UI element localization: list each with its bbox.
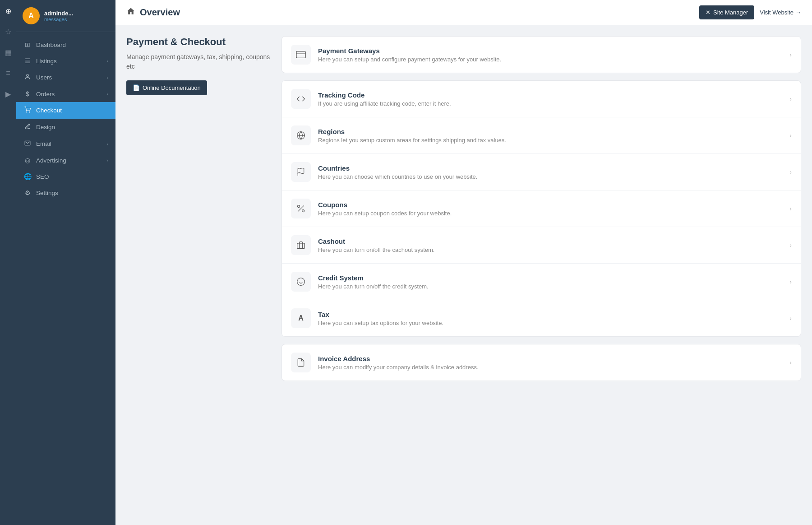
sidebar-item-settings[interactable]: ⚙ Settings [16,185,115,201]
chevron-right-icon: › [789,315,792,322]
chevron-right-icon: › [789,168,792,176]
sidebar-item-label: SEO [36,173,49,180]
sidebar-item-label: Checkout [36,107,62,114]
card-item-payment-gateways[interactable]: Payment Gateways Here you can setup and … [282,37,801,73]
card-desc: Here you can setup and configure payment… [318,56,782,63]
site-manager-button[interactable]: ✕ Site Manager [699,5,754,19]
card-item-credit-system[interactable]: Credit System Here you can turn on/off t… [282,264,801,300]
rail-icon-star[interactable]: ☆ [2,25,14,38]
card-item-tracking-code[interactable]: Tracking Code If you are using affiliate… [282,81,801,117]
home-icon [126,7,135,18]
icon-rail: ⊕ ☆ ▦ ≡ ▶ [0,0,16,525]
sidebar-item-dashboard[interactable]: ⊞ Dashboard [16,37,115,53]
svg-point-12 [297,278,305,286]
card-text: Coupons Here you can setup coupon codes … [318,201,782,217]
card-title: Regions [318,128,782,135]
settings-icon: ⚙ [23,189,32,196]
advertising-icon: ◎ [23,157,32,164]
page-title: Overview [140,7,180,18]
rail-icon-list[interactable]: ≡ [2,67,14,79]
svg-point-0 [27,74,29,77]
section-description: Manage payment gateways, tax, shipping, … [126,52,271,71]
seo-icon: 🌐 [23,173,32,180]
card-title: Invoice Address [318,355,782,362]
orders-icon: $ [23,90,32,98]
card-text: Countries Here you can choose which coun… [318,164,782,180]
arrow-icon: → [795,9,801,16]
site-manager-icon: ✕ [706,9,710,16]
card-group-3: Invoice Address Here you can modify your… [281,344,801,381]
card-item-coupons[interactable]: Coupons Here you can setup coupon codes … [282,190,801,227]
svg-point-1 [27,112,27,112]
left-panel: Payment & Checkout Manage payment gatewa… [126,36,271,514]
svg-point-2 [29,112,30,112]
sidebar-item-label: Advertising [36,157,66,164]
online-documentation-button[interactable]: 📄 Online Documentation [126,80,207,95]
sidebar-item-label: Email [36,140,51,147]
card-item-invoice-address[interactable]: Invoice Address Here you can modify your… [282,344,801,381]
card-title: Payment Gateways [318,47,782,55]
chevron-icon: › [106,58,108,64]
avatar: A [23,7,40,24]
topbar-left: Overview [126,7,180,18]
card-title: Coupons [318,201,782,209]
rail-icon-play[interactable]: ▶ [2,88,14,100]
card-item-cashout[interactable]: Cashout Here you can turn on/off the cac… [282,227,801,264]
card-item-regions[interactable]: Regions Regions let you setup custom are… [282,117,801,154]
listings-icon: ☰ [23,57,32,65]
card-text: Tax Here you can setup tax options for y… [318,311,782,326]
sidebar-item-label: Listings [36,58,57,65]
chevron-right-icon: › [789,242,792,249]
card-desc: Here you can setup coupon codes for your… [318,210,782,217]
sidebar-item-label: Dashboard [36,42,66,48]
card-desc: Here you can setup tax options for your … [318,320,782,326]
rail-icon-home[interactable]: ⊕ [2,5,14,17]
sidebar-item-advertising[interactable]: ◎ Advertising › [16,152,115,168]
credit-system-icon [291,272,311,292]
sidebar-item-label: Settings [36,190,58,196]
chevron-right-icon: › [789,205,792,212]
tracking-code-icon [291,89,311,109]
checkout-icon [23,107,32,114]
sidebar-nav: ⊞ Dashboard ☰ Listings › Users › $ Orde [16,32,115,525]
invoice-address-icon [291,353,311,372]
coupons-icon [291,199,311,218]
countries-icon [291,162,311,182]
sidebar-username: adminde... [44,10,73,17]
regions-icon [291,125,311,145]
dashboard-icon: ⊞ [23,41,32,48]
payment-gateways-icon [291,45,311,65]
rail-icon-grid[interactable]: ▦ [2,46,14,59]
card-item-countries[interactable]: Countries Here you can choose which coun… [282,154,801,190]
sidebar-item-checkout[interactable]: Checkout [16,102,115,119]
sidebar-item-label: Design [36,124,55,130]
sidebar-item-seo[interactable]: 🌐 SEO [16,168,115,185]
card-title: Cashout [318,237,782,245]
card-item-tax[interactable]: A Tax Here you can setup tax options for… [282,300,801,336]
design-icon [23,123,32,131]
content-area: Payment & Checkout Manage payment gatewa… [115,25,812,525]
sidebar-item-label: Orders [36,91,55,98]
chevron-right-icon: › [789,51,792,58]
card-text: Tracking Code If you are using affiliate… [318,91,782,107]
svg-rect-11 [297,243,305,249]
card-desc: If you are using affiliate tracking code… [318,100,782,107]
card-title: Tax [318,311,782,318]
card-desc: Here you can choose which countries to u… [318,173,782,180]
sidebar-user-info: adminde... messages [44,10,73,22]
chevron-icon: › [106,91,108,97]
cards-area: Payment Gateways Here you can setup and … [281,36,801,514]
sidebar-item-email[interactable]: Email › [16,135,115,152]
card-group-2: Tracking Code If you are using affiliate… [281,80,801,337]
sidebar-item-orders[interactable]: $ Orders › [16,86,115,102]
email-icon [23,140,32,148]
sidebar-item-design[interactable]: Design [16,119,115,135]
sidebar-item-users[interactable]: Users › [16,69,115,86]
card-text: Credit System Here you can turn on/off t… [318,274,782,290]
card-text: Invoice Address Here you can modify your… [318,355,782,371]
card-text: Regions Regions let you setup custom are… [318,128,782,144]
svg-line-10 [298,205,304,211]
visit-website-button[interactable]: Visit Website → [760,9,801,16]
doc-icon: 📄 [133,84,140,91]
sidebar-item-listings[interactable]: ☰ Listings › [16,53,115,69]
